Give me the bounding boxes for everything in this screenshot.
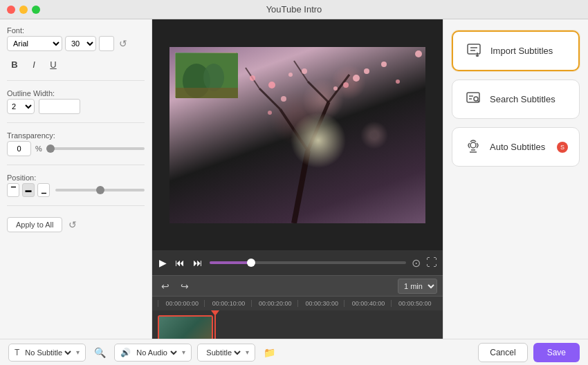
subtitle-type-chevron: ▾: [246, 348, 249, 356]
next-frame-button[interactable]: ⏭: [192, 256, 204, 270]
svg-point-12: [281, 96, 286, 102]
percent-label: %: [35, 144, 42, 153]
svg-rect-28: [468, 44, 480, 54]
prev-frame-button[interactable]: ⏮: [174, 256, 186, 270]
divider-1: [7, 80, 145, 81]
transparency-row: %: [7, 141, 145, 156]
audio-dropdown[interactable]: 🔊 No Audio ▾: [114, 344, 192, 362]
svg-point-8: [291, 113, 346, 168]
italic-button[interactable]: I: [26, 57, 42, 72]
svg-point-13: [268, 82, 275, 88]
svg-rect-27: [176, 88, 238, 98]
folder-icon[interactable]: 📁: [261, 344, 278, 361]
divider-3: [7, 165, 145, 165]
playhead-triangle: [211, 310, 219, 316]
undo-button[interactable]: ↩: [158, 279, 173, 294]
outline-label: Outline Width:: [7, 89, 145, 97]
left-panel-content: Font: Arial 30 ↺ B I U: [0, 19, 151, 343]
position-row: ▔ ▬ ▁: [7, 183, 145, 197]
ruler-marks: 00:00:00:00 00:00:10:00 00:00:20:00 00:0…: [158, 300, 437, 307]
subtitle-type-dropdown[interactable]: Subtitle ▾: [197, 344, 255, 362]
outline-row: 2: [7, 99, 145, 114]
thumbnail-svg: [176, 53, 238, 98]
search-subtitles-card[interactable]: Search Subtitles: [452, 79, 580, 119]
svg-line-4: [308, 82, 329, 102]
ruler-mark-4: 00:00:40:00: [344, 300, 390, 307]
ruler-mark-5: 00:00:50:00: [391, 300, 437, 307]
cancel-button[interactable]: Cancel: [478, 343, 527, 362]
window-title: YouTube Intro: [266, 4, 322, 15]
svg-line-6: [259, 88, 280, 109]
search-icon[interactable]: 🔍: [91, 344, 109, 361]
svg-point-26: [203, 64, 224, 91]
transparency-label: Transparency:: [7, 131, 145, 140]
subtitle-dropdown-icon: T: [15, 348, 19, 357]
bottom-bar: T No Subtitle ▾ 🔍 🔊 No Audio ▾ Subtitle …: [0, 339, 588, 365]
maximize-button[interactable]: [32, 6, 40, 14]
outline-color-box[interactable]: [39, 99, 80, 114]
left-panel: ⊞ ♪ 8 ▣ ◉ 🗑 Font: Arial: [0, 19, 152, 365]
position-bottom-button[interactable]: ▁: [37, 183, 50, 197]
outline-section: Outline Width: 2: [7, 89, 145, 114]
svg-point-18: [333, 86, 338, 91]
font-color-box[interactable]: [99, 36, 114, 51]
auto-subtitles-icon: [463, 138, 483, 156]
audio-dropdown-select[interactable]: No Audio: [134, 348, 179, 357]
subtitle-dropdown[interactable]: T No Subtitle ▾: [8, 344, 86, 362]
position-top-button[interactable]: ▔: [7, 183, 19, 197]
ruler-mark-0: 00:00:00:00: [158, 300, 204, 307]
progress-bar[interactable]: [210, 261, 406, 264]
font-label: Font:: [7, 26, 145, 35]
transparency-slider[interactable]: [46, 147, 145, 150]
svg-line-3: [329, 75, 349, 102]
import-subtitles-icon: [464, 41, 484, 60]
transparency-input[interactable]: [7, 141, 31, 156]
right-panel: Import Subtitles Search Subtitles: [443, 19, 588, 365]
timeline-toolbar-row: ↩ ↪ 1 min: [152, 276, 443, 297]
svg-point-9: [353, 75, 360, 82]
text-format-row: B I U: [7, 57, 145, 72]
titlebar: YouTube Intro: [0, 0, 588, 19]
divider-4: [7, 205, 145, 206]
progress-knob: [247, 259, 255, 267]
apply-to-all-button[interactable]: Apply to All: [7, 217, 62, 232]
outline-select[interactable]: 2: [7, 99, 35, 114]
window-controls: [7, 6, 40, 14]
subtitle-dropdown-select[interactable]: No Subtitle: [22, 348, 73, 357]
bold-button[interactable]: B: [7, 57, 22, 72]
import-subtitles-label: Import Subtitles: [490, 46, 553, 56]
search-subtitles-label: Search Subtitles: [490, 94, 555, 104]
redo-button[interactable]: ↪: [177, 279, 192, 294]
svg-point-23: [396, 79, 400, 84]
play-button[interactable]: ▶: [158, 256, 168, 270]
font-size-select[interactable]: 30: [65, 36, 96, 51]
minimize-button[interactable]: [19, 6, 28, 14]
search-subtitles-icon: [463, 90, 483, 109]
svg-point-17: [381, 62, 387, 67]
timeline-zoom-select[interactable]: 1 min: [398, 279, 437, 294]
auto-subtitles-card[interactable]: Auto Subtitles S: [452, 127, 580, 167]
import-subtitles-card[interactable]: Import Subtitles: [452, 30, 580, 71]
subtitle-dropdown-chevron: ▾: [76, 348, 80, 356]
font-section: Font: Arial 30 ↺: [7, 26, 145, 51]
center-panel: ▶ ⏮ ⏭ ⊙ ⛶ ↩ ↪ 1 min: [152, 19, 443, 365]
video-thumbnail: [175, 53, 237, 97]
save-button[interactable]: Save: [533, 343, 580, 362]
apply-refresh-button[interactable]: ↺: [66, 218, 79, 231]
position-middle-button[interactable]: ▬: [22, 183, 35, 197]
main-container: ⊞ ♪ 8 ▣ ◉ 🗑 Font: Arial: [0, 19, 588, 365]
audio-dropdown-chevron: ▾: [182, 348, 185, 356]
apply-row: Apply to All ↺: [7, 217, 145, 232]
svg-line-35: [477, 100, 479, 102]
font-row: Arial 30 ↺: [7, 36, 145, 51]
position-slider[interactable]: [55, 189, 145, 191]
progress-fill: [210, 261, 249, 264]
close-button[interactable]: [7, 6, 15, 14]
underline-button[interactable]: U: [46, 57, 61, 72]
font-select[interactable]: Arial: [7, 36, 62, 51]
audio-dropdown-icon: 🔊: [120, 348, 131, 357]
font-refresh-button[interactable]: ↺: [117, 37, 129, 50]
subtitle-type-select[interactable]: Subtitle: [203, 348, 243, 357]
expand-icon[interactable]: ⛶: [426, 256, 437, 269]
svg-point-11: [364, 68, 369, 74]
